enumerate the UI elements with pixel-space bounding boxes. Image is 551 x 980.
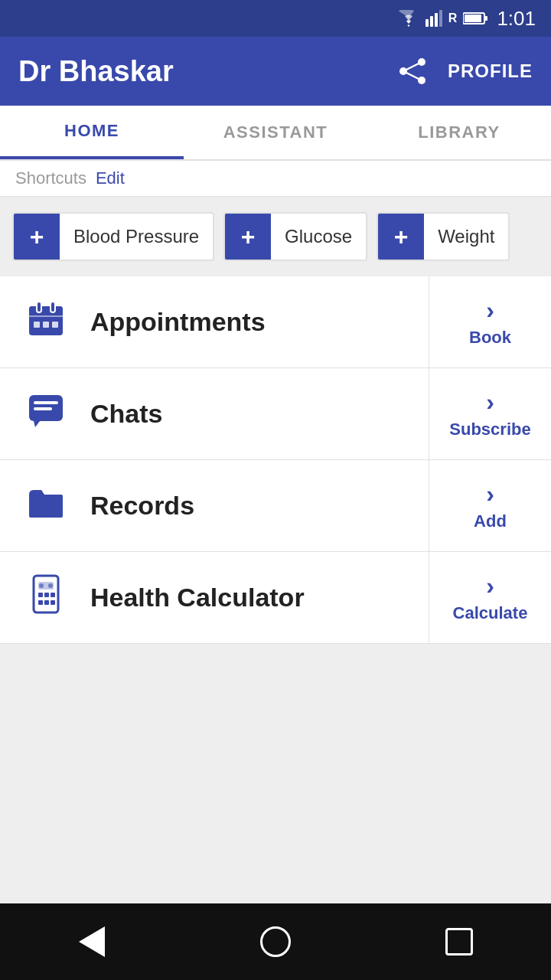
chat-icon	[23, 390, 69, 438]
calculator-action-label: Calculate	[453, 603, 528, 623]
shortcut-glucose[interactable]: + Glucose	[223, 212, 367, 261]
records-chevron: ›	[486, 480, 494, 508]
shortcut-blood-pressure-label: Blood Pressure	[60, 226, 213, 247]
appointments-left: Appointments	[0, 299, 429, 346]
svg-line-10	[403, 62, 422, 71]
app-title: Dr Bhaskar	[18, 55, 174, 88]
svg-rect-14	[37, 302, 41, 312]
svg-rect-5	[465, 15, 481, 22]
network-badge: R	[448, 11, 458, 25]
shortcut-glucose-label: Glucose	[271, 226, 366, 247]
home-button[interactable]	[245, 911, 306, 972]
shortcuts-bar: Shortcuts Edit	[0, 161, 551, 197]
svg-rect-31	[51, 600, 55, 605]
shortcut-plus-icon-3: +	[378, 214, 424, 260]
svg-rect-18	[43, 322, 49, 328]
calculator-chevron: ›	[486, 572, 494, 600]
profile-button[interactable]: PROFILE	[448, 60, 533, 82]
chats-chevron: ›	[486, 388, 494, 416]
recent-button[interactable]	[429, 911, 490, 972]
shortcuts-edit-button[interactable]: Edit	[96, 168, 125, 188]
status-time: 1:01	[497, 7, 536, 31]
status-icons: R	[398, 10, 488, 27]
svg-rect-3	[439, 10, 442, 27]
svg-rect-15	[51, 302, 55, 312]
chats-action[interactable]: › Subscribe	[429, 368, 551, 459]
chats-label: Chats	[90, 399, 162, 429]
appointments-label: Appointments	[90, 307, 266, 337]
records-action[interactable]: › Add	[429, 460, 551, 551]
shortcuts-scroll: + Blood Pressure + Glucose + Weight	[0, 197, 551, 276]
svg-rect-22	[34, 407, 52, 410]
svg-rect-16	[29, 315, 63, 317]
menu-item-appointments[interactable]: Appointments › Book	[0, 276, 551, 368]
recent-icon	[445, 928, 473, 956]
appointments-action[interactable]: › Book	[429, 276, 551, 368]
svg-rect-1	[430, 16, 433, 27]
bottom-nav	[0, 903, 551, 980]
share-icon[interactable]	[399, 57, 426, 85]
svg-line-11	[403, 71, 422, 80]
header: Dr Bhaskar PROFILE	[0, 37, 551, 106]
shortcut-plus-icon-2: +	[225, 214, 271, 260]
shortcuts-label: Shortcuts	[15, 168, 86, 188]
shortcut-weight[interactable]: + Weight	[377, 212, 510, 261]
folder-icon	[23, 482, 69, 530]
wifi-icon	[398, 10, 419, 27]
battery-icon	[463, 11, 487, 25]
calculator-label: Health Calculator	[90, 583, 305, 612]
header-actions: PROFILE	[399, 57, 533, 85]
svg-rect-26	[38, 593, 43, 597]
svg-rect-13	[29, 306, 63, 317]
svg-rect-2	[435, 13, 438, 27]
svg-rect-29	[38, 600, 43, 605]
records-action-label: Add	[474, 511, 507, 531]
svg-rect-30	[44, 600, 49, 605]
appointments-chevron: ›	[486, 296, 494, 325]
tab-library[interactable]: LIBRARY	[367, 106, 551, 159]
tab-home[interactable]: HOME	[0, 106, 184, 159]
calculator-left: Health Calculator	[0, 574, 429, 622]
calculator-action[interactable]: › Calculate	[429, 552, 551, 643]
svg-marker-23	[34, 421, 40, 427]
records-label: Records	[90, 491, 194, 521]
chats-action-label: Subscribe	[449, 420, 530, 439]
shortcut-plus-icon: +	[14, 214, 60, 260]
svg-rect-6	[484, 16, 487, 21]
health-calculator-icon	[23, 574, 69, 622]
home-icon	[260, 926, 291, 957]
appointments-action-label: Book	[469, 328, 511, 348]
back-icon	[79, 926, 105, 957]
svg-rect-17	[34, 322, 40, 328]
svg-point-33	[48, 583, 53, 588]
chats-left: Chats	[0, 390, 429, 438]
svg-rect-21	[34, 401, 58, 404]
signal-icon	[425, 10, 442, 27]
status-bar: R 1:01	[0, 0, 551, 37]
svg-rect-27	[44, 593, 49, 597]
shortcut-blood-pressure[interactable]: + Blood Pressure	[12, 212, 214, 261]
svg-rect-0	[425, 19, 429, 27]
shortcut-weight-label: Weight	[424, 226, 508, 247]
svg-rect-19	[52, 322, 58, 328]
menu-item-records[interactable]: Records › Add	[0, 460, 551, 552]
svg-rect-28	[51, 593, 55, 597]
svg-point-32	[39, 583, 44, 588]
menu-item-calculator[interactable]: Health Calculator › Calculate	[0, 552, 551, 644]
tab-bar: HOME ASSISTANT LIBRARY	[0, 106, 551, 161]
tab-assistant[interactable]: ASSISTANT	[184, 106, 367, 159]
records-left: Records	[0, 482, 429, 530]
menu-section: Appointments › Book Chats	[0, 276, 551, 644]
back-button[interactable]	[61, 911, 122, 972]
calendar-icon	[23, 299, 69, 346]
menu-item-chats[interactable]: Chats › Subscribe	[0, 368, 551, 460]
